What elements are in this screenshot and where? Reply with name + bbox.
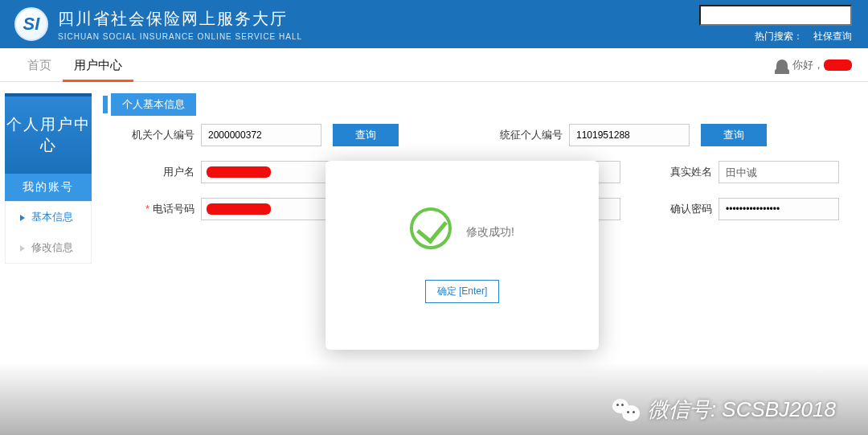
wechat-icon (612, 399, 640, 421)
success-modal: 修改成功! 确定 [Enter] (326, 161, 599, 350)
check-circle-icon (410, 207, 452, 249)
wechat-text: 微信号: SCSBJ2018 (648, 396, 836, 424)
modal-ok-button[interactable]: 确定 [Enter] (425, 280, 500, 303)
modal-message: 修改成功! (466, 225, 514, 240)
wechat-watermark: 微信号: SCSBJ2018 (612, 396, 836, 424)
